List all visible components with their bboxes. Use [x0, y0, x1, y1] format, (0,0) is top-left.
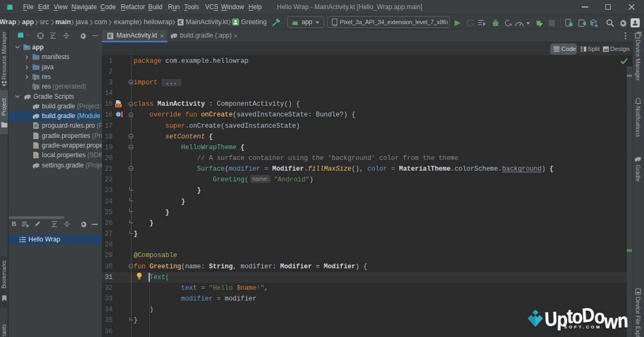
- svg-text:K2: K2: [116, 104, 121, 107]
